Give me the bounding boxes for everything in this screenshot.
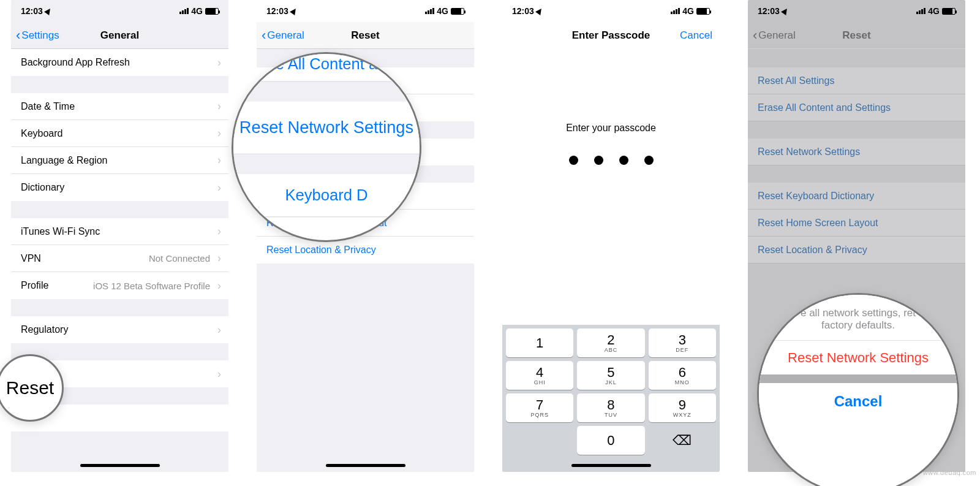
passcode-prompt: Enter your passcode [502, 123, 720, 134]
chevron-right-icon: › [217, 225, 221, 238]
passcode-dots [502, 156, 720, 165]
key-9[interactable]: 9WXYZ [649, 393, 716, 422]
chevron-right-icon: › [217, 56, 221, 69]
location-icon [290, 7, 298, 15]
chevron-right-icon: › [217, 100, 221, 113]
profile-detail: iOS 12 Beta Software Profile [93, 281, 210, 291]
page-title: Reset [351, 29, 379, 42]
status-bar: 12:03 4G [748, 0, 965, 22]
row-itunes-wifi-sync[interactable]: iTunes Wi-Fi Sync› [11, 218, 228, 245]
status-time: 12:03 [512, 6, 534, 16]
chevron-left-icon: ‹ [753, 29, 757, 42]
page-title: General [100, 29, 139, 42]
back-label: General [758, 29, 795, 42]
home-indicator[interactable] [80, 464, 160, 467]
location-icon [781, 7, 790, 15]
key-2[interactable]: 2ABC [577, 328, 644, 357]
back-label: Settings [21, 29, 59, 42]
key-3[interactable]: 3DEF [649, 328, 716, 357]
home-indicator[interactable] [326, 464, 405, 467]
chevron-left-icon: ‹ [16, 29, 20, 42]
backspace-icon: ⌫ [673, 433, 692, 449]
signal-icon [179, 8, 189, 14]
location-icon [44, 7, 53, 15]
row-keyboard[interactable]: Keyboard› [11, 120, 228, 147]
chevron-right-icon: › [217, 252, 221, 265]
page-title: Enter Passcode [572, 29, 650, 42]
key-4[interactable]: 4GHI [506, 361, 573, 390]
action-sheet-cancel[interactable]: Cancel [759, 383, 957, 420]
page-title: Reset [842, 29, 870, 42]
status-bar: 12:03 4G [11, 0, 228, 22]
status-bar: 12:03 4G [502, 0, 720, 22]
row-reset-home-screen-layout: Reset Home Screen Layout [748, 210, 965, 237]
key-1[interactable]: 1 [506, 328, 573, 357]
battery-icon [451, 8, 464, 15]
row-reset-all-settings: Reset All Settings [748, 67, 965, 94]
key-8[interactable]: 8TUV [577, 393, 644, 422]
network-label: 4G [928, 6, 940, 16]
vpn-status: Not Connected [149, 253, 210, 264]
action-reset-network-settings[interactable]: Reset Network Settings [759, 340, 957, 374]
numeric-keypad: 1 2ABC 3DEF 4GHI 5JKL 6MNO 7PQRS 8TUV 9W… [502, 325, 720, 472]
back-label: General [267, 29, 304, 42]
location-icon [535, 7, 544, 15]
key-empty [506, 426, 573, 455]
cancel-button[interactable]: Cancel [680, 29, 712, 42]
battery-icon [942, 8, 956, 15]
row-reset-keyboard-dictionary: Reset Keyboard Dictionary [748, 183, 965, 210]
key-backspace[interactable]: ⌫ [649, 426, 716, 455]
chevron-right-icon: › [217, 127, 221, 140]
nav-bar: ‹Settings General [11, 22, 228, 49]
key-7[interactable]: 7PQRS [506, 393, 573, 422]
row-dictionary[interactable]: Dictionary› [11, 174, 228, 201]
chevron-right-icon: › [217, 279, 221, 292]
nav-bar: ‹General Reset [748, 22, 965, 49]
chevron-left-icon: ‹ [262, 29, 266, 42]
back-button[interactable]: ‹General [262, 29, 304, 42]
status-time: 12:03 [758, 6, 780, 16]
row-reset-location-privacy: Reset Location & Privacy [748, 237, 965, 264]
row-reset-location-privacy[interactable]: Reset Location & Privacy [257, 237, 474, 264]
status-time: 12:03 [266, 6, 288, 16]
nav-bar: Enter Passcode Cancel [502, 22, 720, 49]
key-0[interactable]: 0 [577, 426, 644, 455]
row-regulatory[interactable]: Regulatory› [11, 316, 228, 343]
signal-icon [916, 8, 925, 14]
network-label: 4G [682, 6, 694, 16]
magnify-action-sheet: e all network settings, ret factory defa… [757, 293, 959, 486]
status-bar: 12:03 4G [257, 0, 474, 22]
row-date-time[interactable]: Date & Time› [11, 93, 228, 120]
row-erase-all-content: Erase All Content and Settings [748, 94, 965, 121]
row-vpn[interactable]: VPNNot Connected› [11, 245, 228, 272]
chevron-right-icon: › [217, 324, 221, 336]
status-time: 12:03 [21, 6, 43, 16]
mag-row-reset-network[interactable]: Reset Network Settings [232, 102, 421, 154]
chevron-right-icon: › [217, 181, 221, 194]
battery-icon [696, 8, 710, 15]
watermark: www.deuaq.com [923, 469, 976, 476]
key-5[interactable]: 5JKL [577, 361, 644, 390]
chevron-right-icon: › [217, 154, 221, 167]
magnify-reset-network: e All Content a Reset Network Settings K… [232, 52, 421, 242]
signal-icon [425, 8, 434, 14]
network-label: 4G [437, 6, 448, 16]
back-button[interactable]: ‹Settings [16, 29, 59, 42]
row-profile[interactable]: ProfileiOS 12 Beta Software Profile› [11, 272, 228, 299]
row-background-app-refresh[interactable]: Background App Refresh› [11, 49, 228, 76]
signal-icon [671, 8, 680, 14]
home-indicator[interactable] [571, 464, 651, 467]
nav-bar: ‹General Reset [257, 22, 474, 49]
key-6[interactable]: 6MNO [649, 361, 716, 390]
row-reset-network-settings: Reset Network Settings [748, 139, 965, 165]
chevron-right-icon: › [217, 368, 221, 381]
screen-enter-passcode: 12:03 4G Enter Passcode Cancel Enter you… [502, 0, 720, 472]
magnify-reset-label: Reset [6, 378, 54, 398]
mag-row-keyboard-partial: Keyboard D [232, 174, 421, 217]
battery-icon [205, 8, 219, 15]
row-language-region[interactable]: Language & Region› [11, 147, 228, 174]
network-label: 4G [191, 6, 203, 16]
back-button: ‹General [753, 29, 796, 42]
